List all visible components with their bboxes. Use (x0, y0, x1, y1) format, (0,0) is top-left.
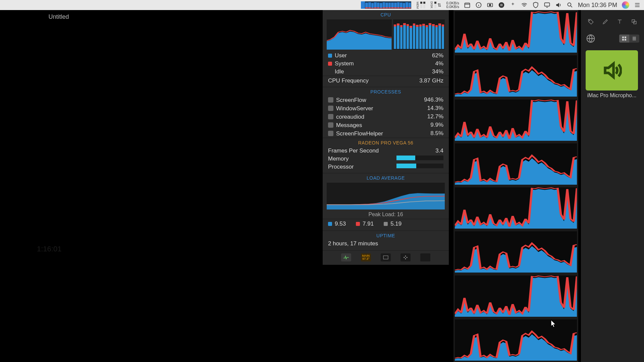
cpu-system-row: System4% (323, 60, 449, 68)
svg-rect-25 (625, 37, 626, 38)
gpu-proc-row: Processor (323, 163, 449, 173)
process-row[interactable]: Messages9.9% (323, 121, 449, 129)
process-row[interactable]: ScreenFlow946.3% (323, 96, 449, 104)
cpu-section-title: CPU (323, 10, 449, 19)
gpu-mem-row: Memory (323, 155, 449, 163)
svg-rect-11 (383, 256, 388, 259)
gpu-title: RADEON PRO VEGA 56 (323, 138, 449, 147)
core-chart (455, 55, 577, 97)
cpu-user-row: User62% (323, 52, 449, 60)
tag-icon[interactable] (588, 17, 594, 26)
display-icon[interactable] (544, 2, 550, 8)
core-chart (455, 276, 577, 317)
notification-center-icon[interactable] (634, 2, 641, 8)
screenflow-inspector: iMac Pro Micropho... (581, 10, 644, 362)
search-icon[interactable] (567, 2, 573, 8)
load-peak-label: Peak Load: 16 (323, 212, 449, 219)
menu-cpu-meter[interactable] (361, 1, 411, 9)
mouse-cursor (551, 320, 557, 328)
svg-rect-27 (625, 39, 626, 41)
background-app: 1:16:01 (0, 20, 322, 362)
core-chart (455, 11, 577, 53)
core-chart (455, 231, 577, 273)
media-label: iMac Pro Micropho... (586, 90, 638, 99)
volume-icon[interactable] (555, 2, 562, 8)
istat-tab-bar: MAIN97.3° (323, 250, 449, 265)
uptime-value: 2 hours, 17 minutes (323, 240, 449, 250)
load-average-chart (327, 183, 445, 209)
svg-rect-21 (632, 20, 635, 22)
per-core-column[interactable] (453, 10, 578, 362)
svg-rect-0 (465, 3, 470, 7)
svg-point-3 (489, 4, 491, 6)
svg-point-4 (499, 2, 504, 8)
text-icon[interactable] (616, 17, 623, 26)
window-title: Untitled (0, 13, 117, 20)
svg-rect-24 (622, 37, 624, 38)
core-chart (455, 319, 577, 361)
tab-activity[interactable] (341, 253, 351, 261)
globe-icon[interactable] (586, 34, 596, 44)
svg-rect-7 (544, 3, 549, 6)
menu-disk-meter[interactable]: DISK⇅ (430, 1, 441, 8)
speaker-icon (602, 60, 622, 80)
wifi-icon[interactable] (521, 2, 528, 8)
tab-fans[interactable] (400, 253, 411, 261)
svg-rect-26 (622, 39, 624, 41)
load-values-row: 9.53 7.91 5.19 (323, 219, 449, 231)
svg-point-8 (568, 3, 571, 6)
siri-icon[interactable] (622, 1, 629, 9)
cpu-combined-chart (327, 19, 445, 50)
tab-disk[interactable] (381, 253, 391, 261)
core-chart (455, 100, 577, 141)
media-thumbnail[interactable] (586, 50, 638, 90)
istat-cpu-panel: CPU User62% System4% Idle34% CPU Frequen… (323, 10, 449, 265)
pause-icon[interactable] (498, 2, 505, 8)
cpu-frequency-row: CPU Frequency3.87 GHz (323, 76, 449, 87)
view-toggle[interactable] (619, 35, 639, 43)
gpu-fps-row: Frames Per Second3.4 (323, 147, 449, 155)
menu-mem-meter[interactable]: MEM (416, 2, 425, 9)
list-view-icon[interactable] (629, 35, 639, 43)
core-chart (455, 143, 577, 185)
svg-point-20 (589, 20, 590, 21)
tab-sensors[interactable]: MAIN97.3° (361, 253, 371, 261)
uptime-title: UPTIME (323, 231, 449, 240)
sparkle-icon[interactable] (509, 2, 516, 8)
calendar-icon[interactable] (464, 2, 471, 8)
core-chart (455, 187, 577, 229)
pencil-icon[interactable] (602, 17, 608, 26)
svg-rect-5 (500, 4, 501, 6)
cpu-idle-row: Idle34% (323, 68, 449, 76)
menu-net-meter[interactable]: 0.0KB/s0.0KB/s (446, 1, 459, 9)
shield-icon[interactable] (532, 2, 539, 8)
process-row[interactable]: ScreenFlowHelper8.5% (323, 129, 449, 138)
processes-title: PROCESSES (323, 87, 449, 96)
timeline-timecode: 1:16:01 (37, 245, 61, 253)
grid-view-icon[interactable] (619, 35, 629, 43)
menu-bar: MEM DISK⇅ 0.0KB/s0.0KB/s Mon 10:36 PM (0, 0, 644, 10)
layers-icon[interactable] (631, 17, 637, 26)
info-icon[interactable] (475, 2, 482, 8)
svg-rect-6 (502, 4, 502, 6)
record-icon[interactable] (487, 2, 493, 8)
process-row[interactable]: WindowServer14.3% (323, 104, 449, 113)
load-title: LOAD AVERAGE (323, 173, 449, 182)
process-row[interactable]: coreaudiod12.7% (323, 113, 449, 121)
tab-gauge[interactable] (420, 253, 430, 261)
svg-marker-10 (327, 193, 445, 209)
svg-rect-22 (634, 21, 636, 24)
menu-clock[interactable]: Mon 10:36 PM (578, 2, 617, 9)
